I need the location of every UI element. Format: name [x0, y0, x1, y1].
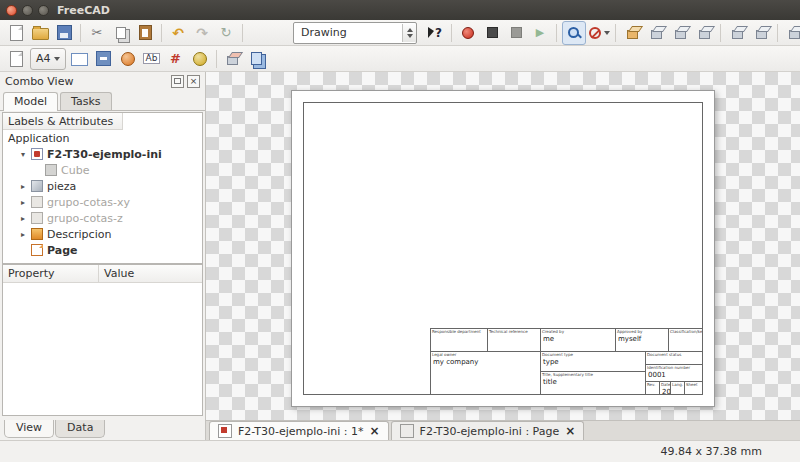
- draw-style-button[interactable]: [588, 22, 610, 44]
- property-column-header[interactable]: Property: [3, 265, 99, 282]
- magnifier-icon: [566, 25, 582, 41]
- window-controls: [6, 5, 49, 16]
- insert-view-button[interactable]: [93, 48, 115, 70]
- cut-button[interactable]: ✂: [86, 22, 108, 44]
- tab-model[interactable]: Model: [3, 92, 58, 111]
- title-bar: FreeCAD: [0, 0, 800, 20]
- tree-item-pieza[interactable]: ▸ pieza: [3, 178, 202, 194]
- tab-view[interactable]: View: [4, 420, 54, 438]
- lang-label: Lang.: [671, 382, 684, 388]
- value-column-header[interactable]: Value: [99, 265, 202, 282]
- close-window-button[interactable]: [6, 5, 17, 16]
- symbol-sphere-button[interactable]: [189, 48, 211, 70]
- copy-button[interactable]: [110, 22, 132, 44]
- chevron-right-icon[interactable]: ▸: [19, 230, 27, 239]
- macro-stop-button[interactable]: [481, 22, 503, 44]
- tree-item-document[interactable]: ▾ F2-T30-ejemplo-ini: [3, 146, 202, 162]
- grid-icon: #: [170, 52, 181, 65]
- cursor-coordinates: 49.84 x 37.38 mm: [661, 445, 762, 458]
- chevron-down-icon: [604, 31, 610, 35]
- toolbar-separator: [242, 24, 243, 42]
- chevron-right-icon[interactable]: ▸: [19, 182, 27, 191]
- tree-item-grupo-cotas-z[interactable]: ▸ grupo-cotas-z: [3, 210, 202, 226]
- labels-attributes-header[interactable]: Labels & Attributes: [3, 113, 123, 130]
- minimize-window-button[interactable]: [22, 5, 33, 16]
- macro-pause-button[interactable]: [505, 22, 527, 44]
- date-of-issue-label: Date of issue: [660, 382, 670, 388]
- left-view-cube-icon: [787, 25, 800, 40]
- tree-item-cube[interactable]: Cube: [3, 162, 202, 178]
- new-sheet-button[interactable]: [5, 48, 27, 70]
- main-toolbar: ✂ ↶ ↷ ↻ Drawing ? ▶: [0, 20, 800, 46]
- undo-button[interactable]: ↶: [167, 22, 189, 44]
- rev-label: Rev.: [646, 382, 659, 388]
- chevron-right-icon[interactable]: ▸: [19, 214, 27, 223]
- redo-icon: ↷: [196, 26, 208, 40]
- refresh-icon: ↻: [221, 26, 232, 39]
- tree-item-descripcion[interactable]: ▸ Descripcion: [3, 226, 202, 242]
- workbench-selector[interactable]: Drawing: [293, 22, 417, 44]
- close-icon: ×: [190, 77, 198, 86]
- cut-icon: ✂: [92, 26, 103, 39]
- maximize-window-button[interactable]: [38, 5, 49, 16]
- annotation-symbol-button[interactable]: [117, 48, 139, 70]
- chevron-right-icon[interactable]: ▸: [19, 198, 27, 207]
- document-tab-label: F2-T30-ejemplo-ini : Page: [420, 425, 560, 438]
- view-top-button[interactable]: [669, 22, 691, 44]
- landscape-page-icon: [71, 53, 88, 66]
- float-panel-button[interactable]: [171, 75, 184, 88]
- document-tab-page[interactable]: F2-T30-ejemplo-ini : Page ×: [391, 421, 585, 440]
- chevron-down-icon[interactable]: ▾: [19, 150, 27, 159]
- tree-item-application[interactable]: Application: [3, 130, 202, 146]
- view-right-button[interactable]: [693, 22, 715, 44]
- drawing-toolbar: A4 Ab #: [0, 46, 800, 72]
- refresh-button[interactable]: ↻: [215, 22, 237, 44]
- toolbar-separator: [216, 50, 217, 68]
- front-view-cube-icon: [649, 25, 664, 40]
- tab-data[interactable]: Data: [55, 420, 105, 438]
- toolbar-separator: [615, 24, 616, 42]
- combo-view-tabs: Model Tasks: [0, 90, 205, 111]
- sheet-label: Sheet: [685, 382, 702, 388]
- close-tab-icon[interactable]: ×: [370, 424, 380, 438]
- dimension-grid-button[interactable]: #: [165, 48, 187, 70]
- model-tree: Labels & Attributes Application ▾ F2-T30…: [2, 112, 203, 264]
- landscape-orientation-button[interactable]: [69, 48, 91, 70]
- paste-button[interactable]: [134, 22, 156, 44]
- tree-item-page[interactable]: Page: [3, 242, 202, 258]
- yellow-sphere-icon: [193, 52, 207, 66]
- drawing-sheet: Responsible department Technical referen…: [291, 90, 715, 407]
- view-axonometric-button[interactable]: [621, 22, 643, 44]
- part-cube-icon: [31, 180, 43, 192]
- save-document-button[interactable]: [53, 22, 75, 44]
- open-document-button[interactable]: [29, 22, 51, 44]
- whats-this-button[interactable]: ?: [424, 22, 446, 44]
- tab-tasks[interactable]: Tasks: [60, 92, 111, 110]
- view-left-button[interactable]: [783, 22, 800, 44]
- combo-spin-arrows-icon[interactable]: [402, 24, 416, 42]
- view-rear-button[interactable]: [726, 22, 748, 44]
- view-bottom-button[interactable]: [750, 22, 772, 44]
- record-icon: [462, 27, 474, 39]
- view-front-button[interactable]: [645, 22, 667, 44]
- new-document-button[interactable]: [5, 22, 27, 44]
- copy-icon: [116, 27, 126, 39]
- macro-record-button[interactable]: [457, 22, 479, 44]
- tree-item-grupo-cotas-xy[interactable]: ▸ grupo-cotas-xy: [3, 194, 202, 210]
- close-panel-button[interactable]: ×: [187, 75, 200, 88]
- workbench-selected-value: Drawing: [294, 26, 347, 39]
- orthographic-projection-button[interactable]: [222, 48, 244, 70]
- close-tab-icon[interactable]: ×: [565, 424, 575, 438]
- date-of-issue-value: 2000-00-00: [660, 388, 670, 394]
- document-tab-3d[interactable]: F2-T30-ejemplo-ini : 1* ×: [209, 421, 389, 440]
- export-page-button[interactable]: [246, 48, 268, 70]
- redo-button[interactable]: ↷: [191, 22, 213, 44]
- annotation-text-button[interactable]: Ab: [141, 48, 163, 70]
- no-entry-icon: [589, 27, 601, 39]
- paper-size-button[interactable]: A4: [30, 48, 66, 70]
- macro-play-button[interactable]: ▶: [529, 22, 551, 44]
- text-annotation-icon: Ab: [143, 53, 161, 64]
- drawing-canvas[interactable]: Responsible department Technical referen…: [206, 72, 800, 420]
- legal-owner-value: my company: [431, 358, 540, 367]
- zoom-fit-button[interactable]: [562, 21, 586, 45]
